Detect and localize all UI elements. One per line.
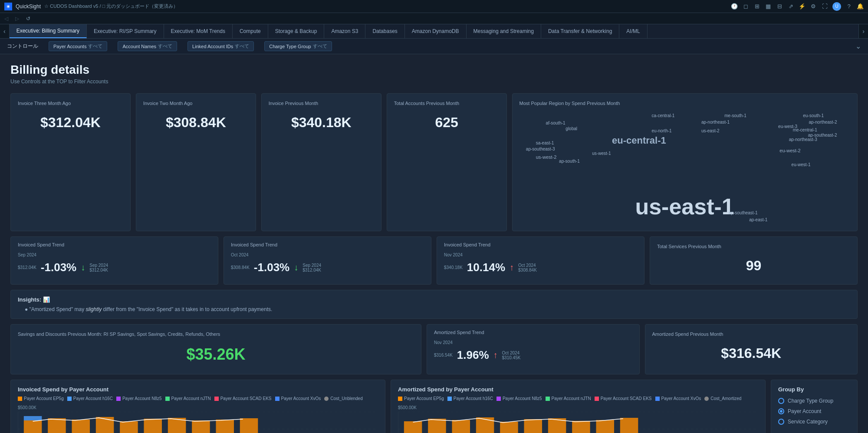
chart-amortized-y-top: $500.00K	[398, 405, 758, 410]
amortized-trend-card: Amortized Spend Trend Nov 2024 $316.54K …	[427, 324, 640, 374]
legend-am-njtn-color	[546, 397, 550, 401]
tab-storage-backup[interactable]: Storage & Backup	[268, 24, 325, 38]
kpi-total-accounts-title: Total Accounts Previous Month	[394, 101, 500, 106]
trend-2-to-val: $312.04K	[302, 268, 321, 272]
region-eu-west-1: eu-west-1	[792, 162, 811, 167]
amortized-trend-to-val: $310.45K	[502, 355, 521, 360]
region-ap-northeast-3: ap-northeast-3	[789, 137, 817, 142]
amortized-trend-from-val: $316.54K	[434, 353, 453, 358]
region-ap-east-1: ap-east-1	[749, 217, 767, 222]
grid-icon[interactable]: ⊟	[776, 3, 783, 10]
kpi-total-services-value: 99	[657, 254, 850, 277]
trend-3-to-val: $308.84K	[518, 268, 537, 272]
tabs-prev[interactable]: ‹	[0, 24, 10, 38]
savings-card-value: $35.26K	[18, 342, 414, 367]
nav-forward[interactable]: ▷	[13, 15, 21, 23]
app-title: QuickSight	[16, 3, 41, 10]
trend-1-pct: -1.03%	[41, 261, 76, 274]
svg-rect-31	[620, 418, 638, 433]
nav-back[interactable]: ◁	[3, 15, 10, 23]
region-global: global	[566, 126, 577, 131]
tab-ai-ml[interactable]: AI/ML	[619, 24, 647, 38]
kpi-total-accounts-value: 625	[394, 111, 500, 134]
radio-payer-account[interactable]: Payer Account	[778, 408, 850, 414]
svg-rect-12	[120, 421, 138, 433]
trend-2-to-date: Sep 2024	[302, 263, 321, 268]
trend-card-2-title: Invoiced Spend Trend	[231, 242, 424, 247]
quicksight-logo	[4, 3, 12, 10]
trend-card-1-title: Invoiced Spend Trend	[18, 242, 211, 247]
legend-scad: Payer Account SCAD EKS	[214, 396, 272, 401]
nav-refresh[interactable]: ↺	[24, 15, 32, 23]
region-ap-northeast-2: ap-northeast-2	[809, 120, 837, 125]
bookmark-icon[interactable]: ◻	[742, 3, 749, 10]
legend-amortized-dot	[704, 397, 709, 401]
tab-databases[interactable]: Databases	[365, 24, 404, 38]
chart-amortized-svg	[398, 412, 758, 433]
tab-messaging-streaming[interactable]: Messaging and Streaming	[467, 24, 541, 38]
amortized-trend-title: Amortized Spend Trend	[434, 330, 632, 335]
kpi-invoice-prev: Invoice Previous Month $340.18K	[261, 93, 381, 231]
trend-3-to-date: Oct 2024	[518, 263, 536, 268]
amortized-trend-arrow-up: ↑	[493, 350, 498, 360]
trend-3-from-val: $340.18K	[444, 265, 463, 270]
region-eu-west-2: eu-west-2	[779, 148, 800, 153]
insights-text: ● "Amortized Spend" may slightly differ …	[18, 306, 850, 312]
columns-icon[interactable]: ▦	[765, 3, 772, 10]
clock-icon[interactable]: 🕐	[731, 3, 738, 10]
tab-billing-summary[interactable]: Executive: Billing Summary	[10, 24, 87, 38]
chart-amortized-legend: Payer Account EP5g Payer Account h16C Pa…	[398, 396, 758, 401]
region-af-south-1: af-south-1	[546, 121, 566, 125]
radio-charge-type-group[interactable]: Charge Type Group	[778, 398, 850, 404]
share-icon[interactable]: ⇗	[787, 3, 794, 10]
tabs-next[interactable]: ›	[858, 24, 868, 38]
svg-rect-23	[428, 419, 446, 433]
breadcrumb: ☆ CUDOS Dashboard v5 / □ 元のダッシュボード（変更済み）	[44, 3, 178, 10]
tab-mom-trends[interactable]: Executive: MoM Trends	[164, 24, 233, 38]
tab-data-transfer[interactable]: Data Transfer & Networking	[541, 24, 619, 38]
kpi-invoice-2mo-value: $308.84K	[143, 111, 249, 134]
region-us-west-1: us-west-1	[592, 151, 611, 156]
region-ap-southeast-3: ap-southeast-3	[526, 147, 555, 151]
filter-payer-accounts[interactable]: Payer Accounts すべて	[49, 41, 107, 51]
filter-account-names[interactable]: Account Names すべて	[118, 41, 177, 51]
amortized-trend-from-date: Nov 2024	[434, 340, 632, 345]
page-title: Billing details	[10, 63, 858, 77]
controls-expand-icon[interactable]: ⌄	[855, 42, 861, 50]
kpi-total-accounts: Total Accounts Previous Month 625	[387, 93, 507, 231]
svg-rect-7	[24, 420, 42, 433]
settings-icon[interactable]: ⚙	[810, 3, 817, 10]
radio-charge-type-group-label: Charge Type Group	[788, 398, 833, 404]
tab-amazon-dynamodb[interactable]: Amazon DynamoDB	[405, 24, 467, 38]
trend-3-from-date: Nov 2024	[444, 253, 637, 257]
svg-rect-27	[524, 419, 542, 433]
region-eu-north-1: eu-north-1	[652, 128, 672, 133]
filter-linked-account-ids[interactable]: Linked Account IDs すべて	[187, 41, 254, 51]
svg-rect-11	[96, 417, 114, 433]
tab-ri-sp-summary[interactable]: Executive: RI/SP Summary	[87, 24, 164, 38]
region-us-west-2: us-west-2	[536, 154, 557, 160]
svg-point-2	[7, 6, 9, 7]
radio-service-category[interactable]: Service Category	[778, 419, 850, 425]
trend-1-arrow-down: ↓	[81, 262, 85, 272]
savings-card: Savings and Discounts Previous Month: RI…	[10, 324, 421, 374]
expand-icon[interactable]: ⛶	[821, 3, 828, 10]
svg-rect-8	[24, 416, 42, 420]
help-icon[interactable]: ?	[845, 3, 852, 10]
filter-icon[interactable]: ⚡	[799, 3, 806, 10]
kpi-amortized-prev-value: $316.54K	[652, 342, 851, 365]
tab-amazon-s3[interactable]: Amazon S3	[324, 24, 365, 38]
table-icon[interactable]: ⊞	[753, 3, 760, 10]
chart-invoiced-y-top: $500.00K	[18, 405, 378, 410]
kpi-invoice-3mo-title: Invoice Three Month Ago	[18, 101, 123, 106]
chart-invoiced-title: Invoiced Spend by Payer Account	[18, 386, 378, 393]
kpi-amortized-prev: Amortized Spend Previous Month $316.54K	[645, 324, 858, 374]
svg-rect-24	[452, 420, 470, 433]
svg-rect-22	[404, 421, 422, 433]
notifications-icon[interactable]: 🔔	[857, 3, 864, 10]
trend-2-from-val: $308.84K	[231, 265, 250, 270]
tab-compute[interactable]: Compute	[233, 24, 268, 38]
trend-1-from-val: $312.04K	[18, 265, 36, 270]
user-avatar[interactable]: U	[832, 2, 841, 11]
filter-charge-type-group[interactable]: Charge Type Group すべて	[264, 41, 332, 51]
